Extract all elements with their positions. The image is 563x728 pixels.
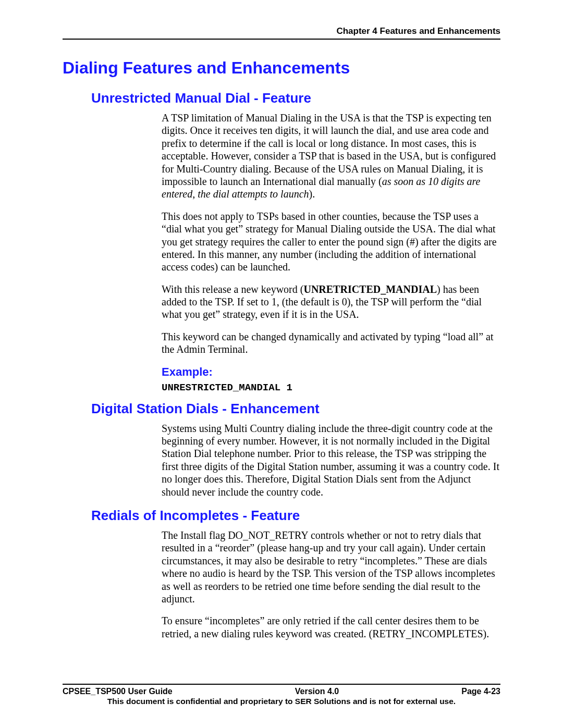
paragraph: To ensure “incompletes” are only retried…	[162, 614, 500, 640]
example-code: UNRESTRICTED_MANDIAL 1	[162, 382, 500, 393]
section-unrestricted-manual-dial: Unrestricted Manual Dial - Feature	[91, 90, 500, 106]
page-title: Dialing Features and Enhancements	[63, 58, 500, 78]
section-redials-of-incompletes: Redials of Incompletes - Feature	[91, 508, 500, 524]
footer-row: CPSEE_TSP500 User Guide Version 4.0 Page…	[63, 687, 500, 696]
header-rule	[63, 39, 500, 40]
paragraph: With this release a new keyword (UNRETRI…	[162, 283, 500, 321]
footer-center: Version 4.0	[295, 687, 339, 696]
footer-left: CPSEE_TSP500 User Guide	[63, 687, 173, 696]
text: With this release a new keyword (	[162, 283, 303, 295]
running-header: Chapter 4 Features and Enhancements	[63, 26, 500, 36]
body-text: Systems using Multi Country dialing incl…	[162, 422, 500, 498]
body-text: A TSP limitation of Manual Dialing in th…	[162, 112, 500, 356]
section-digital-station-dials: Digital Station Dials - Enhancement	[91, 401, 500, 417]
paragraph: Systems using Multi Country dialing incl…	[162, 422, 500, 498]
footer-rule	[63, 684, 500, 685]
example-label: Example:	[162, 365, 500, 379]
paragraph: This keyword can be changed dynamically …	[162, 330, 500, 356]
footer-right: Page 4-23	[461, 687, 500, 696]
page-content: Chapter 4 Features and Enhancements Dial…	[63, 26, 500, 702]
page-footer: CPSEE_TSP500 User Guide Version 4.0 Page…	[63, 684, 500, 706]
body-text: The Install flag DO_NOT_RETRY controls w…	[162, 529, 500, 640]
footer-confidential: This document is confidential and propri…	[63, 697, 500, 706]
keyword: UNRETRICTED_MANDIAL	[303, 283, 437, 295]
paragraph: This does not apply to TSPs based in oth…	[162, 210, 500, 274]
paragraph: The Install flag DO_NOT_RETRY controls w…	[162, 529, 500, 605]
text: ).	[309, 188, 315, 200]
paragraph: A TSP limitation of Manual Dialing in th…	[162, 112, 500, 201]
